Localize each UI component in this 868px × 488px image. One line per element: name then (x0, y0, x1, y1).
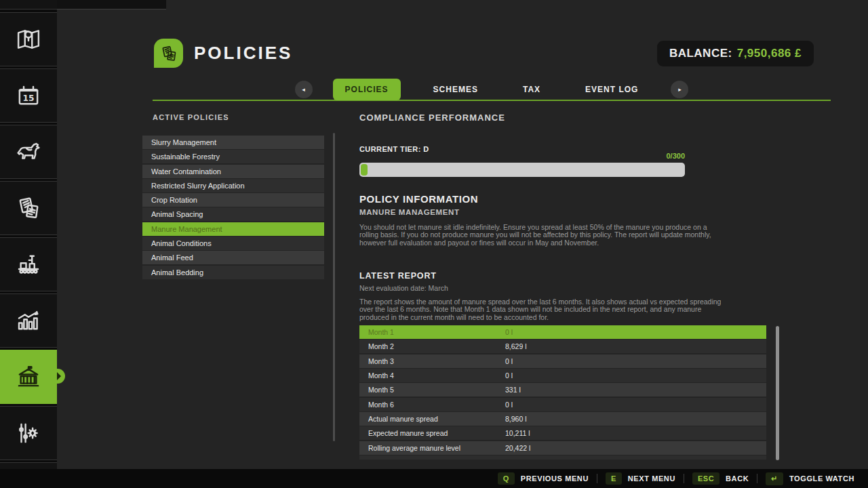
sidebar-item-map[interactable] (0, 12, 57, 66)
shortcut-toggle-watch[interactable]: ↵ TOGGLE WATCH (757, 472, 863, 485)
sidebar-item-finances-active[interactable] (0, 350, 57, 404)
row-value: 0 l (505, 371, 513, 380)
sidebar-item-statistics[interactable] (0, 293, 57, 348)
row-label: Rolling average manure level (359, 444, 505, 452)
key-enter-icon: ↵ (766, 472, 783, 485)
policy-name-subtitle: MANURE MANAGEMENT (359, 208, 460, 216)
table-row-clipped[interactable]: Rating 0 (359, 455, 766, 460)
balance-value: 7,950,686 £ (737, 47, 802, 60)
shortcut-back[interactable]: ESC BACK (684, 472, 757, 485)
sidebar-item-settings[interactable] (0, 406, 57, 460)
active-policies-title: ACTIVE POLICIES (153, 113, 229, 121)
report-table-scrollbar[interactable] (776, 326, 779, 460)
table-row[interactable]: Month 4 0 l (359, 369, 766, 382)
row-label: Month 1 (359, 328, 505, 336)
page-title: POLICIES (194, 43, 292, 64)
policy-list-item[interactable]: Animal Bedding (142, 266, 324, 279)
shortcut-label: NEXT MENU (628, 474, 675, 483)
row-label: Month 6 (359, 401, 505, 409)
shortcut-label: PREVIOUS MENU (521, 474, 589, 483)
active-policies-list: Slurry Management Sustainable Forestry W… (142, 136, 324, 280)
next-evaluation-date: Next evaluation date: March (359, 284, 448, 292)
policy-list-item[interactable]: Slurry Management (142, 136, 324, 149)
active-item-arrow-icon (57, 372, 61, 380)
table-row[interactable]: Month 5 331 l (359, 383, 766, 396)
sidebar-item-animals[interactable] (0, 125, 57, 179)
row-label: Month 3 (359, 357, 505, 365)
table-row[interactable]: Month 3 0 l (359, 354, 766, 368)
chevron-left-icon: ◂ (302, 86, 305, 93)
sidebar-item-contracts[interactable] (0, 181, 57, 235)
sidebar-item-partial-top (0, 0, 57, 9)
shortcut-previous-menu[interactable]: Q PREVIOUS MENU (490, 472, 597, 485)
tab-policies[interactable]: POLICIES (333, 79, 401, 100)
row-label: Rating (359, 458, 505, 460)
table-row[interactable]: Expected manure spread 10,211 l (359, 426, 766, 440)
table-row[interactable]: Rolling average manure level 20,422 l (359, 441, 766, 455)
report-description: The report shows the amount of manure sp… (359, 298, 726, 321)
page-icon (154, 39, 183, 68)
sidebar-item-production[interactable] (0, 237, 57, 291)
policy-description: You should not let manure sit idle indef… (359, 224, 726, 247)
tab-event-log[interactable]: EVENT LOG (573, 79, 650, 100)
map-icon (14, 25, 43, 54)
key-esc-icon: ESC (692, 472, 719, 485)
documents-icon (14, 194, 43, 222)
row-value: 8,629 l (505, 342, 527, 350)
row-value: 10,211 l (505, 429, 530, 437)
compliance-title: COMPLIANCE PERFORMANCE (359, 113, 505, 123)
tabs-next-button[interactable]: ▸ (671, 81, 688, 98)
table-row[interactable]: Actual manure spread 8,960 l (359, 412, 766, 426)
tab-schemes[interactable]: SCHEMES (421, 79, 490, 100)
row-label: Month 5 (359, 386, 505, 394)
sidebar-item-calendar[interactable]: 15 (0, 68, 57, 123)
row-label: Expected manure spread (359, 429, 505, 437)
table-row[interactable]: Month 1 0 l (359, 325, 766, 339)
footer-shortcut-bar: Q PREVIOUS MENU E NEXT MENU ESC BACK ↵ T… (0, 469, 868, 488)
key-e-icon: E (606, 472, 622, 485)
row-label: Month 2 (359, 342, 505, 350)
settings-icon (14, 419, 43, 447)
key-q-icon: Q (498, 472, 515, 485)
policy-list-item[interactable]: Animal Feed (142, 251, 324, 264)
row-value: 8,960 l (505, 415, 527, 423)
policy-information-title: POLICY INFORMATION (359, 193, 478, 205)
policy-list-item[interactable]: Sustainable Forestry (142, 150, 324, 163)
table-row[interactable]: Month 2 8,629 l (359, 340, 766, 353)
compliance-progress-bar (359, 163, 685, 177)
calendar-icon: 15 (14, 81, 43, 110)
policy-list-item-selected[interactable]: Manure Management (142, 222, 324, 236)
report-table: Month 1 0 l Month 2 8,629 l Month 3 0 l … (359, 325, 766, 460)
shortcut-next-menu[interactable]: E NEXT MENU (597, 472, 684, 485)
tabs-prev-button[interactable]: ◂ (295, 81, 313, 98)
shortcut-label: BACK (726, 474, 749, 483)
cow-icon (14, 138, 43, 166)
policy-list-item[interactable]: Animal Conditions (142, 237, 324, 250)
tab-bar: ◂ POLICIES SCHEMES TAX EVENT LOG ▸ (153, 78, 831, 101)
policy-list-item[interactable]: Animal Spacing (142, 207, 324, 221)
table-row[interactable]: Month 6 0 l (359, 398, 766, 411)
shortcut-label: TOGGLE WATCH (789, 474, 854, 483)
row-value: 0 l (505, 357, 513, 365)
policy-list-item[interactable]: Restricted Slurry Application (142, 179, 324, 192)
compliance-progress-count: 0/300 (359, 152, 685, 160)
chevron-right-icon: ▸ (678, 86, 682, 93)
compliance-progress-fill (361, 164, 368, 176)
balance-badge: BALANCE: 7,950,686 £ (657, 41, 814, 66)
policy-list-item[interactable]: Crop Rotation (142, 193, 324, 207)
statistics-icon (14, 306, 43, 335)
row-value: 20,422 l (505, 444, 530, 452)
tab-tax[interactable]: TAX (511, 79, 553, 100)
policy-list-item[interactable]: Water Contamination (142, 165, 324, 178)
row-value: 331 l (505, 386, 521, 394)
row-value: 0 (505, 458, 509, 460)
row-label: Month 4 (359, 371, 505, 380)
balance-label: BALANCE: (669, 47, 732, 60)
production-icon (14, 250, 43, 279)
row-value: 0 l (505, 328, 513, 336)
bank-icon (14, 363, 43, 391)
sidebar: 15 (0, 0, 57, 488)
policy-list-scrollbar[interactable] (333, 133, 335, 441)
policies-screen: 15 (0, 0, 868, 488)
row-value: 0 l (505, 401, 513, 409)
